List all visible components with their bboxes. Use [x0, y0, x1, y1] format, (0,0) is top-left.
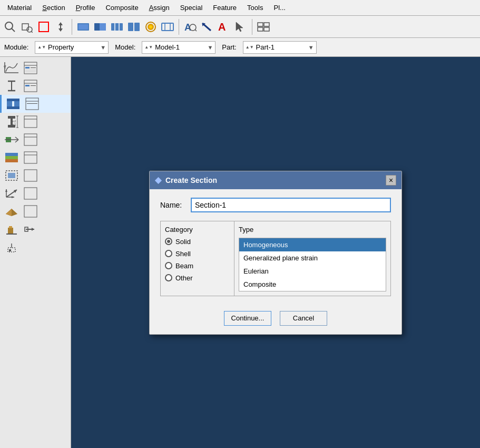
part-selector[interactable]: ▲▼ Part-1 ▼ — [243, 41, 317, 54]
part-dropdown-arrow[interactable]: ▼ — [308, 44, 314, 51]
menu-profile[interactable]: Profile — [71, 2, 101, 14]
cancel-button[interactable]: Cancel — [280, 311, 327, 326]
arrow-tool[interactable] — [53, 19, 68, 35]
menu-material[interactable]: Material — [2, 2, 37, 14]
tool-text-label[interactable]: A — [216, 19, 232, 35]
wire-icon — [3, 132, 20, 147]
svg-marker-97 — [12, 196, 14, 198]
sidebar-item-3d-solid[interactable] — [0, 202, 71, 220]
main-area: σ ε — [0, 57, 480, 448]
sidebar-item-assign-section[interactable] — [0, 167, 71, 184]
tool-4[interactable] — [126, 19, 142, 35]
module-dropdown-arrow[interactable]: ▼ — [100, 44, 106, 51]
tool-pointer[interactable] — [233, 19, 249, 35]
radio-shell[interactable]: Shell — [165, 250, 230, 258]
name-label: Name: — [160, 201, 187, 209]
radio-solid[interactable]: Solid — [165, 238, 230, 246]
sidebar-item-bottom2[interactable] — [0, 238, 71, 256]
tool-grid[interactable] — [256, 19, 271, 35]
svg-text:A: A — [184, 22, 191, 33]
svg-rect-87 — [24, 152, 37, 163]
module-spinner-arrows[interactable]: ▲▼ — [37, 45, 46, 50]
radio-solid-circle[interactable] — [165, 238, 172, 245]
radio-other[interactable]: Other — [165, 274, 230, 282]
radio-shell-circle[interactable] — [165, 250, 172, 257]
dialog-titlebar: ◆ Create Section × — [150, 171, 401, 189]
model-label: Model: — [115, 43, 135, 51]
svg-rect-68 — [8, 116, 15, 119]
category-label: Category — [165, 226, 230, 233]
sidebar-item-composite[interactable] — [0, 149, 71, 167]
svg-rect-86 — [5, 159, 18, 162]
sidebar-item-beam-create[interactable] — [0, 95, 71, 113]
model-spinner-arrows[interactable]: ▲▼ — [144, 45, 153, 50]
grid-icon — [257, 21, 270, 33]
zoom-box-tool[interactable] — [19, 19, 35, 35]
radio-beam[interactable]: Beam — [165, 262, 230, 270]
type-eulerian[interactable]: Eulerian — [239, 265, 386, 278]
zoom-icon — [4, 21, 16, 33]
bottom1-arr-icon — [22, 222, 39, 237]
sidebar-item-orientation[interactable] — [0, 184, 71, 202]
sidebar-item-material[interactable]: σ ε — [0, 59, 71, 77]
i-beam-icon — [4, 79, 19, 93]
zoom-tool[interactable] — [2, 19, 18, 35]
tool-5[interactable] — [143, 19, 159, 35]
model-dropdown-arrow[interactable]: ▼ — [207, 44, 213, 51]
type-composite[interactable]: Composite — [239, 278, 386, 291]
dialog-close-button[interactable]: × — [386, 175, 396, 186]
tool-3[interactable] — [109, 19, 125, 35]
beam-profile-svg: n2 n1 — [4, 115, 19, 129]
3d-solid-icon — [3, 204, 20, 219]
radio-other-circle[interactable] — [165, 274, 172, 281]
continue-button[interactable]: Continue... — [224, 311, 271, 326]
create-section-icon — [5, 96, 22, 111]
menu-pl[interactable]: Pl... — [268, 2, 290, 14]
svg-rect-82 — [24, 134, 37, 145]
tool-2[interactable] — [92, 19, 108, 35]
type-homogeneous[interactable]: Homogeneous — [239, 238, 386, 251]
tool-1[interactable] — [75, 19, 91, 35]
module-selector[interactable]: ▲▼ Property ▼ — [35, 41, 109, 54]
menu-composite[interactable]: Composite — [100, 2, 143, 14]
svg-rect-25 — [128, 23, 133, 31]
svg-rect-104 — [9, 226, 12, 228]
svg-rect-20 — [94, 23, 100, 31]
name-input[interactable] — [191, 198, 391, 212]
menu-section[interactable]: SSectionection — [37, 2, 70, 14]
dialog-content: Name: Category Solid — [150, 189, 401, 305]
svg-marker-15 — [58, 28, 63, 32]
bottom1-icon — [3, 222, 20, 237]
sidebar-item-beam-profile[interactable]: n2 n1 — [0, 113, 71, 131]
sidebar-item-bottom1[interactable] — [0, 220, 71, 238]
menu-assign[interactable]: Assign — [144, 2, 175, 14]
tool-search-text[interactable]: A — [182, 19, 198, 35]
svg-text:A: A — [218, 21, 226, 33]
part-spinner-arrows[interactable]: ▲▼ — [246, 45, 254, 50]
tool-6-icon — [161, 21, 174, 33]
list-icon7 — [24, 169, 37, 182]
dialog-buttons: Continue... Cancel — [150, 305, 401, 334]
svg-rect-98 — [24, 188, 37, 199]
sep2 — [179, 19, 179, 35]
menu-feature[interactable]: Feature — [208, 2, 242, 14]
radio-solid-label: Solid — [175, 238, 191, 246]
canvas: ◆ Create Section × Name: — [71, 57, 480, 448]
list-icon3 — [25, 98, 39, 110]
sidebar-item-wire[interactable] — [0, 131, 71, 149]
wire-svg — [4, 133, 19, 147]
list-icon — [24, 62, 37, 74]
section-icon — [3, 79, 20, 93]
radio-beam-circle[interactable] — [165, 262, 172, 269]
arrow-diagonal-icon — [200, 21, 214, 33]
menu-tools[interactable]: Tools — [242, 2, 268, 14]
tool-arrow-cursor[interactable] — [199, 19, 215, 35]
cube-svg — [4, 204, 19, 218]
type-gps[interactable]: Generalized plane strain — [239, 251, 386, 265]
model-selector[interactable]: ▲▼ Model-1 ▼ — [142, 41, 215, 54]
sidebar-item-section[interactable] — [0, 77, 71, 95]
tool-6[interactable] — [160, 19, 175, 35]
arrow-updown-icon — [55, 21, 66, 33]
menu-special[interactable]: Special — [175, 2, 208, 14]
fit-tool[interactable] — [36, 19, 52, 35]
